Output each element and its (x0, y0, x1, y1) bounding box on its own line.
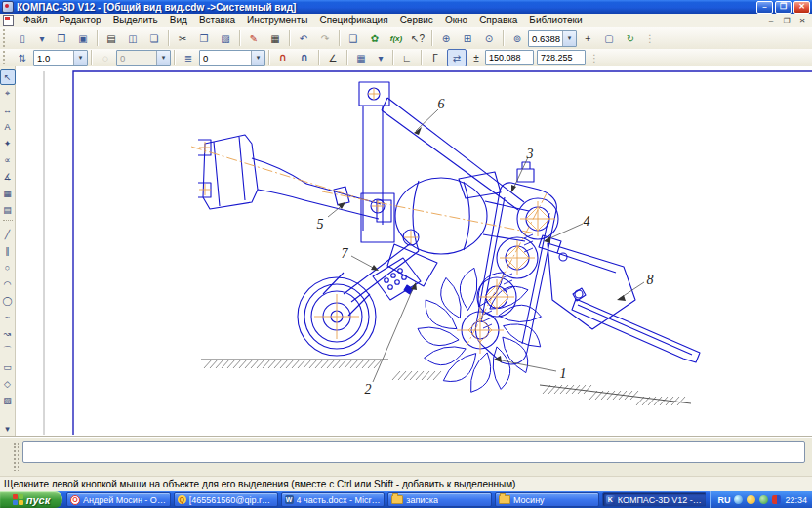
tool-parallel-line-icon[interactable]: ∥ (0, 243, 16, 259)
close-button[interactable]: ✕ (793, 1, 810, 14)
menu-specification[interactable]: Спецификация (313, 14, 393, 27)
menu-service[interactable]: Сервис (394, 14, 439, 27)
tool-overflow-icon[interactable]: ▾ (0, 421, 16, 437)
zoom-scale-icon[interactable]: ⊚ (508, 29, 527, 48)
print-preview-icon[interactable]: ◫ (123, 29, 142, 48)
copy-icon[interactable]: ❐ (194, 29, 214, 48)
zoom-scale-dropdown[interactable]: ▾ (562, 31, 576, 46)
task-opera[interactable]: O Андрей Мосин - Opera (66, 492, 171, 507)
task-folder-zapiska[interactable]: записка (387, 492, 492, 507)
menu-tools[interactable]: Инструменты (241, 14, 313, 27)
tool-hatch-icon[interactable]: ▨ (0, 393, 16, 408)
layer-dropdown[interactable]: ▾ (251, 51, 264, 65)
local-cs-icon[interactable]: ∟ (397, 49, 417, 67)
panel-annotations-icon[interactable]: A (0, 119, 16, 135)
undo-icon[interactable]: ↶ (294, 29, 313, 48)
zoom-in-icon[interactable]: ⊕ (436, 29, 456, 48)
tool-circle-icon[interactable]: ○ (0, 260, 16, 275)
properties-icon[interactable]: ▦ (265, 29, 285, 48)
cursor-step-combo[interactable]: 1.0 ▾ (33, 50, 88, 66)
redo-icon[interactable]: ↷ (315, 29, 335, 48)
rounding-icon[interactable]: ⇄ (447, 49, 467, 67)
menu-help[interactable]: Справка (473, 14, 523, 27)
pan-icon[interactable]: ＋ (578, 29, 597, 48)
grid-dropdown-icon[interactable]: ▾ (373, 49, 388, 67)
layer-combo[interactable]: 0 ▾ (199, 50, 265, 66)
open-icon[interactable]: ❒ (52, 29, 71, 48)
window-manager-icon[interactable]: ❑ (344, 29, 363, 48)
tool-spline-icon[interactable]: ~ (0, 310, 16, 325)
panel-geometry-icon[interactable]: ⌖ (0, 86, 16, 102)
task-folder-mosinu[interactable]: Мосину (495, 492, 599, 507)
panel-specification-icon[interactable]: ▤ (0, 202, 16, 218)
panel-grip[interactable] (13, 442, 19, 471)
menu-file[interactable]: Файл (18, 14, 54, 27)
menu-window[interactable]: Окно (439, 14, 473, 27)
tray-volume-icon[interactable] (734, 495, 743, 504)
zoom-scale-combo[interactable]: 0.6388 ▾ (528, 30, 577, 47)
child-minimize-button[interactable]: – (765, 17, 777, 25)
start-button[interactable]: пуск (0, 491, 62, 508)
menu-view[interactable]: Вид (164, 14, 193, 27)
child-close-button[interactable]: ✕ (796, 17, 808, 25)
language-indicator[interactable]: RU (717, 495, 730, 505)
print-icon[interactable]: ▤ (102, 29, 121, 48)
layers-icon[interactable]: ≣ (179, 49, 198, 67)
send-icon[interactable]: ❏ (144, 29, 164, 48)
libraries-manager-icon[interactable]: ✿ (365, 29, 385, 48)
copy-properties-icon[interactable]: ✎ (244, 29, 264, 48)
new-dropdown-icon[interactable]: ▾ (34, 29, 50, 48)
panel-selection-tools-icon[interactable]: ▦ (0, 186, 16, 201)
task-word[interactable]: W 4 часть.docx - Micro... (281, 492, 386, 507)
drawing-canvas[interactable]: 1 2 3 4 5 6 7 8 (16, 66, 812, 437)
save-icon[interactable]: ▣ (73, 29, 93, 48)
cursor-step-dropdown[interactable]: ▾ (73, 51, 87, 65)
panel-measurement-icon[interactable]: ∡ (0, 169, 16, 185)
show-all-icon[interactable]: ▢ (599, 29, 619, 48)
tray-qip-icon[interactable] (747, 495, 755, 504)
minimize-button[interactable]: – (756, 1, 773, 14)
child-restore-button[interactable]: ❐ (781, 17, 792, 25)
angle-icon[interactable]: ∠ (323, 49, 343, 67)
what-is-this-icon[interactable]: ↖? (408, 29, 427, 48)
grid-icon[interactable]: ▦ (351, 49, 371, 67)
task-kompas-active[interactable]: K КОМПАС-3D V12 - [О... (602, 492, 707, 507)
menu-insert[interactable]: Вставка (193, 14, 241, 27)
tool-polygon-icon[interactable]: ◇ (0, 376, 16, 392)
tool-line-icon[interactable]: ╱ (0, 227, 16, 242)
zoom-frame-icon[interactable]: ⊞ (458, 29, 477, 48)
panel-parametrization-icon[interactable]: ∝ (0, 152, 16, 168)
panel-dimensions-icon[interactable]: ↔ (0, 103, 16, 118)
tool-rectangle-icon[interactable]: ▭ (0, 360, 16, 375)
refresh-icon[interactable]: ↻ (621, 29, 640, 48)
menu-libraries[interactable]: Библиотеки (523, 14, 588, 27)
cut-icon[interactable]: ✂ (173, 29, 192, 48)
tool-contour-icon[interactable]: ⌒ (0, 343, 16, 359)
new-document-icon[interactable]: ▯ (13, 29, 32, 48)
variables-icon[interactable]: f(x) (386, 29, 406, 48)
task-qip[interactable]: Q [465561560@qip.ru] ... (174, 492, 278, 507)
property-message-field[interactable] (22, 441, 805, 463)
tool-polyline-icon[interactable]: ↝ (0, 326, 16, 342)
menu-editor[interactable]: Редактор (54, 14, 107, 27)
ortho-icon[interactable]: Γ (426, 49, 445, 67)
cursor-step-icon[interactable]: ⇅ (13, 49, 32, 67)
coordinate-y-box[interactable]: 728.255 (537, 50, 586, 65)
restore-button[interactable]: ❐ (775, 1, 792, 14)
coordinate-x-box[interactable]: 150.088 (485, 50, 534, 65)
toolbar-grip[interactable] (3, 29, 9, 47)
snap-global-icon[interactable]: ∪ (273, 49, 293, 67)
snap-local-icon[interactable]: ∪ (295, 49, 314, 67)
menu-select[interactable]: Выделить (107, 14, 164, 27)
tool-arc-icon[interactable]: ◠ (0, 276, 16, 292)
tray-green-icon[interactable] (759, 495, 768, 504)
panel-selection-icon[interactable]: ↖ (0, 69, 16, 85)
toolbar-overflow-icon[interactable]: ⋮ (642, 29, 658, 48)
panel-editing-icon[interactable]: ✦ (0, 136, 16, 151)
tray-kompas-icon[interactable] (772, 495, 781, 504)
toolbar2-overflow-icon[interactable]: ⋮ (587, 49, 602, 67)
toolbar-grip-2[interactable] (3, 51, 9, 64)
tool-ellipse-icon[interactable]: ◯ (0, 293, 16, 309)
zoom-pointer-icon[interactable]: ⊙ (479, 29, 499, 48)
paste-icon[interactable]: ▨ (216, 29, 235, 48)
